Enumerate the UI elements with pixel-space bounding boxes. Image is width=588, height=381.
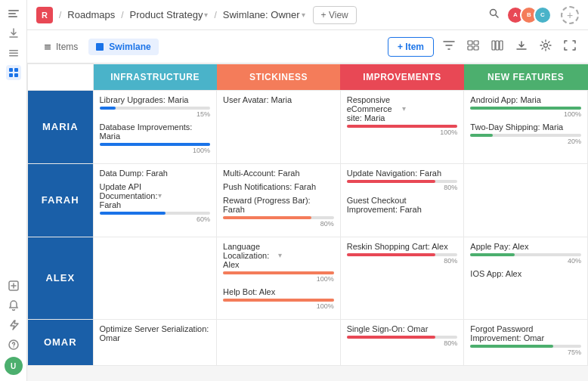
card-title: Library Upgrades: Maria — [100, 95, 211, 104]
cell-farah-improve: Update Navigation: Farah80%Guest Checkou… — [340, 163, 464, 237]
svg-rect-8 — [9, 73, 13, 77]
svg-rect-20 — [474, 46, 478, 50]
card[interactable]: Forgot Password Improvement: Omar75% — [470, 324, 581, 356]
card[interactable]: Language Localization: Alex▾100% — [223, 242, 334, 283]
columns-button[interactable] — [488, 37, 506, 56]
cell-alex-improve: Reskin Shopping Cart: Alex80% — [340, 237, 464, 319]
table-row: ALEXLanguage Localization: Alex▾100%Help… — [28, 237, 588, 319]
chevron-swimlane: ▾ — [302, 11, 305, 19]
progress-bar-fill — [470, 107, 581, 110]
row-label-alex: ALEX — [28, 237, 94, 319]
breadcrumb-product-strategy[interactable]: Product Strategy ▾ — [130, 9, 209, 20]
progress-bar-bg — [223, 216, 334, 219]
progress-bar-bg — [470, 253, 581, 256]
progress-bar-fill — [470, 345, 553, 348]
breadcrumb-roadmaps[interactable]: Roadmaps — [67, 9, 115, 20]
sidebar-icon-plus-square[interactable] — [6, 278, 21, 293]
items-tab[interactable]: Items — [36, 39, 85, 55]
sidebar-icon-help[interactable] — [6, 337, 21, 352]
card[interactable]: Guest Checkout Improvement: Farah — [347, 196, 458, 214]
card[interactable]: Android App: Maria100% — [470, 95, 581, 118]
sidebar-icon-lightning[interactable] — [6, 318, 21, 333]
progress-label: 100% — [223, 275, 334, 283]
card[interactable]: Reskin Shopping Cart: Alex80% — [347, 242, 458, 265]
svg-rect-19 — [468, 46, 472, 50]
progress-bar-bg — [100, 107, 211, 110]
progress-label: 100% — [347, 129, 458, 136]
sidebar-avatar[interactable]: U — [5, 357, 23, 375]
left-sidebar: U — [0, 0, 27, 381]
progress-bar-fill — [100, 212, 166, 215]
cell-farah-sticky: Multi-Account: FarahPush Notifications: … — [217, 163, 341, 237]
card-title: Multi-Account: Farah — [223, 169, 334, 178]
top-bar-right: A B C + — [488, 6, 579, 24]
svg-rect-18 — [474, 41, 478, 45]
infra-header: INFRASTRUCTURE — [93, 64, 217, 91]
add-member-button[interactable]: + — [561, 6, 579, 24]
add-item-button[interactable]: + Item — [388, 37, 434, 57]
card[interactable]: Help Bot: Alex100% — [223, 287, 334, 310]
card[interactable]: Multi-Account: Farah — [223, 169, 334, 178]
sidebar-icon-download[interactable] — [6, 26, 21, 41]
card[interactable]: Update API Documentation: Farah▾60% — [100, 182, 211, 223]
progress-bar-fill — [347, 180, 435, 183]
progress-label: 80% — [347, 339, 458, 347]
group-button[interactable] — [464, 37, 482, 56]
cell-omar-improve: Single Sign-On: Omar80% — [340, 319, 464, 365]
card-expand-icon[interactable]: ▾ — [278, 251, 333, 259]
row-label-omar: OMAR — [28, 319, 94, 365]
breadcrumb-swimlane[interactable]: Swimlane: Owner ▾ — [223, 9, 305, 20]
card[interactable]: Push Notifications: Farah — [223, 182, 334, 191]
card[interactable]: User Avatar: Maria — [223, 95, 334, 104]
progress-bar-fill — [100, 143, 211, 146]
card-title: Single Sign-On: Omar — [347, 324, 458, 333]
card-expand-icon[interactable]: ▾ — [402, 104, 457, 113]
progress-label: 80% — [347, 257, 458, 265]
card[interactable]: Library Upgrades: Maria15% — [100, 95, 211, 118]
card[interactable]: Data Dump: Farah — [100, 169, 211, 178]
avatar-3[interactable]: C — [534, 6, 552, 24]
progress-bar-bg — [100, 143, 211, 146]
search-button[interactable] — [488, 8, 500, 23]
card[interactable]: Two-Day Shipping: Maria20% — [470, 122, 581, 145]
fullscreen-button[interactable] — [561, 37, 579, 56]
table-row: MARIALibrary Upgrades: Maria15%Database … — [28, 90, 588, 163]
cell-farah-infra: Data Dump: FarahUpdate API Documentation… — [93, 163, 217, 237]
progress-bar-bg — [347, 336, 458, 339]
card-expand-icon[interactable]: ▾ — [158, 191, 211, 200]
card-title: Android App: Maria — [470, 95, 581, 104]
cell-omar-infra: Optimize Server Serialization: Omar — [93, 319, 217, 365]
card[interactable]: Responsive eCommerce site: Maria▾100% — [347, 95, 458, 136]
card[interactable]: IOS App: Alex — [470, 269, 581, 278]
svg-rect-0 — [8, 10, 19, 11]
card[interactable]: Single Sign-On: Omar80% — [347, 324, 458, 347]
card[interactable]: Update Navigation: Farah80% — [347, 169, 458, 191]
card[interactable]: Database Improvements: Maria100% — [100, 122, 211, 154]
sidebar-icon-bell[interactable] — [6, 298, 21, 313]
card-title: Update Navigation: Farah — [347, 169, 458, 178]
column-header-row: INFRASTRUCTURE STICKINESS IMPROVEMENTS N… — [28, 64, 588, 91]
progress-label: 100% — [470, 110, 581, 118]
sidebar-icon-list[interactable] — [6, 45, 21, 60]
card[interactable]: Reward (Progress Bar): Farah80% — [223, 196, 334, 228]
table-row: OMAROptimize Server Serialization: OmarS… — [28, 319, 588, 365]
card-title: Optimize Server Serialization: Omar — [100, 324, 211, 342]
card[interactable]: Optimize Server Serialization: Omar — [100, 324, 211, 342]
newfeat-header: NEW FEATURES — [464, 64, 588, 91]
swimlane-tab[interactable]: Swimlane — [88, 39, 158, 55]
svg-point-13 — [491, 9, 497, 15]
settings-button[interactable] — [537, 36, 555, 57]
card[interactable]: Apple Pay: Alex40% — [470, 242, 581, 265]
progress-label: 100% — [223, 302, 334, 310]
export-button[interactable] — [512, 37, 531, 56]
svg-rect-7 — [14, 68, 18, 72]
svg-point-12 — [13, 346, 14, 348]
card-title: Database Improvements: Maria — [100, 122, 211, 141]
filter-button[interactable] — [440, 37, 458, 56]
view-button[interactable]: + View — [313, 6, 357, 24]
svg-rect-14 — [45, 45, 51, 46]
progress-bar-fill — [347, 336, 435, 339]
sidebar-icon-roadmap[interactable] — [6, 6, 21, 21]
card-title: Reward (Progress Bar): Farah — [223, 196, 334, 214]
sidebar-icon-active[interactable] — [6, 65, 21, 80]
